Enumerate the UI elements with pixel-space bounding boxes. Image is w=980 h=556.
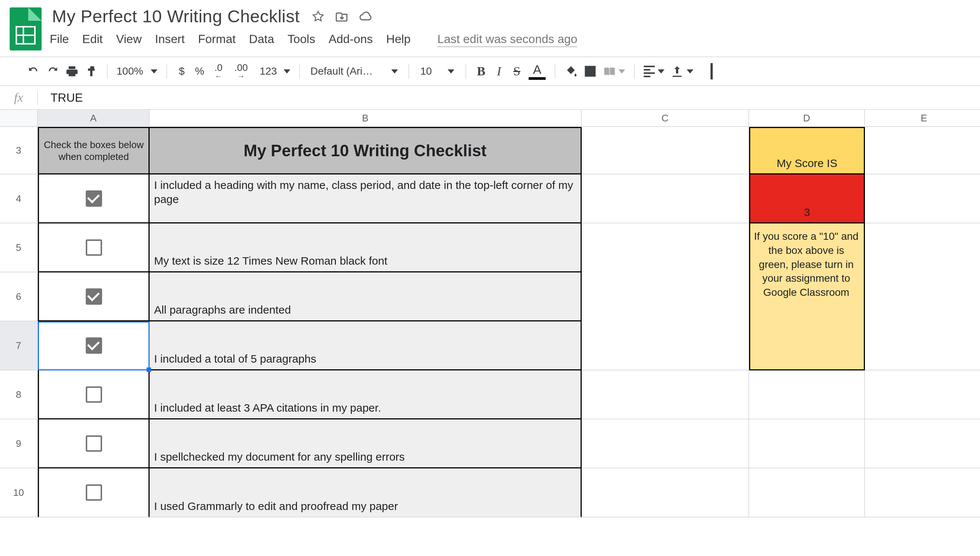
redo-button[interactable] — [43, 62, 62, 80]
cell-b7[interactable]: I included a total of 5 paragraphs — [150, 322, 582, 370]
strikethrough-button[interactable]: S — [508, 62, 526, 80]
menu-edit[interactable]: Edit — [82, 32, 103, 46]
cell-b9[interactable]: I spellchecked my document for any spell… — [150, 419, 582, 469]
checkbox-icon[interactable] — [86, 288, 102, 305]
cell-a7[interactable] — [38, 322, 150, 370]
cell-b4[interactable]: I included a heading with my name, class… — [150, 175, 582, 223]
cell-e3[interactable] — [865, 127, 980, 175]
cell-a3[interactable]: Check the boxes below when completed — [38, 127, 150, 175]
cell-a10[interactable] — [38, 469, 150, 517]
cell-d5[interactable]: If you score a "10" and the box above is… — [749, 223, 865, 272]
cell-c8[interactable] — [582, 370, 749, 419]
cell-a8[interactable] — [38, 370, 150, 419]
cell-d8[interactable] — [749, 370, 865, 419]
select-all-corner[interactable] — [0, 110, 38, 127]
print-button[interactable] — [62, 62, 82, 80]
menu-format[interactable]: Format — [198, 32, 236, 46]
cell-c7[interactable] — [582, 322, 749, 370]
row-header[interactable]: 10 — [0, 469, 38, 517]
star-icon[interactable] — [311, 9, 325, 23]
menu-help[interactable]: Help — [386, 32, 411, 46]
increase-decimal-button[interactable]: .00→ — [228, 62, 254, 80]
last-edit-link[interactable]: Last edit was seconds ago — [437, 32, 577, 46]
cell-d7[interactable] — [749, 322, 865, 370]
menu-addons[interactable]: Add-ons — [328, 32, 373, 46]
font-family-dropdown[interactable]: Default (Ari… — [306, 65, 403, 77]
bold-button[interactable]: B — [472, 62, 490, 80]
row-header[interactable]: 3 — [0, 127, 38, 175]
decrease-decimal-button[interactable]: .0← — [209, 62, 229, 80]
column-header-e[interactable]: E — [865, 110, 980, 127]
checkbox-icon[interactable] — [86, 191, 102, 207]
cell-e6[interactable] — [865, 272, 980, 322]
cell-e10[interactable] — [865, 469, 980, 517]
column-header-b[interactable]: B — [150, 110, 582, 127]
fill-color-button[interactable] — [561, 62, 581, 80]
row-header[interactable]: 8 — [0, 370, 38, 419]
cell-d9[interactable] — [749, 419, 865, 469]
paint-format-button[interactable] — [82, 62, 101, 80]
toolbar-overflow-icon[interactable] — [710, 63, 713, 79]
cell-c10[interactable] — [582, 469, 749, 517]
font-size-dropdown[interactable]: 10 — [415, 65, 459, 77]
merge-cells-button[interactable] — [600, 62, 628, 80]
row-header[interactable]: 9 — [0, 419, 38, 469]
cell-a4[interactable] — [38, 175, 150, 223]
cell-e9[interactable] — [865, 419, 980, 469]
horizontal-align-button[interactable] — [641, 62, 668, 80]
cell-a9[interactable] — [38, 419, 150, 469]
cell-b3[interactable]: My Perfect 10 Writing Checklist — [150, 127, 582, 175]
borders-button[interactable] — [581, 62, 600, 80]
cell-b10[interactable]: I used Grammarly to edit and proofread m… — [150, 469, 582, 517]
column-header-a[interactable]: A — [38, 110, 150, 127]
cell-e7[interactable] — [865, 322, 980, 370]
menu-tools[interactable]: Tools — [287, 32, 315, 46]
cell-e8[interactable] — [865, 370, 980, 419]
checkbox-icon[interactable] — [86, 435, 102, 452]
row-header[interactable]: 5 — [0, 223, 38, 272]
menu-file[interactable]: File — [50, 32, 69, 46]
zoom-dropdown[interactable]: 100% — [113, 65, 160, 77]
checkbox-icon[interactable] — [86, 386, 102, 403]
checkbox-icon[interactable] — [86, 484, 102, 501]
cell-c4[interactable] — [582, 175, 749, 223]
cell-a6[interactable] — [38, 272, 150, 322]
document-title[interactable]: My Perfect 10 Writing Checklist — [50, 5, 302, 28]
cloud-status-icon[interactable] — [359, 9, 373, 23]
menu-data[interactable]: Data — [249, 32, 274, 46]
cell-c3[interactable] — [582, 127, 749, 175]
menu-view[interactable]: View — [116, 32, 142, 46]
menu-insert[interactable]: Insert — [155, 32, 184, 46]
column-header-d[interactable]: D — [749, 110, 865, 127]
move-icon[interactable] — [335, 9, 349, 23]
row-header[interactable]: 7 — [0, 322, 38, 370]
cell-b5[interactable]: My text is size 12 Times New Roman black… — [150, 223, 582, 272]
cell-e5[interactable] — [865, 223, 980, 272]
row-header[interactable]: 6 — [0, 272, 38, 322]
cell-d6[interactable] — [749, 272, 865, 322]
cell-b6[interactable]: All paragraphs are indented — [150, 272, 582, 322]
cell-d3[interactable]: My Score IS — [749, 127, 865, 175]
cell-e4[interactable] — [865, 175, 980, 223]
sheets-app-icon[interactable] — [10, 7, 42, 50]
cell-d10[interactable] — [749, 469, 865, 517]
number-format-dropdown[interactable]: 123 — [254, 62, 293, 80]
cell-d4[interactable]: 3 — [749, 175, 865, 223]
cell-c6[interactable] — [582, 272, 749, 322]
formula-bar-input[interactable]: TRUE — [38, 91, 83, 105]
vertical-align-button[interactable] — [668, 62, 696, 80]
cell-a5[interactable] — [38, 223, 150, 272]
svg-rect-1 — [605, 68, 609, 74]
format-percent-button[interactable]: % — [191, 62, 209, 80]
cell-b8[interactable]: I included at least 3 APA citations in m… — [150, 370, 582, 419]
format-currency-button[interactable]: $ — [173, 62, 191, 80]
italic-button[interactable]: I — [490, 62, 508, 80]
cell-c9[interactable] — [582, 419, 749, 469]
cell-c5[interactable] — [582, 223, 749, 272]
text-color-button[interactable]: A — [526, 62, 549, 80]
row-header[interactable]: 4 — [0, 175, 38, 223]
checkbox-icon[interactable] — [86, 239, 102, 256]
column-header-c[interactable]: C — [582, 110, 749, 127]
checkbox-icon[interactable] — [86, 338, 102, 354]
undo-button[interactable] — [24, 62, 43, 80]
